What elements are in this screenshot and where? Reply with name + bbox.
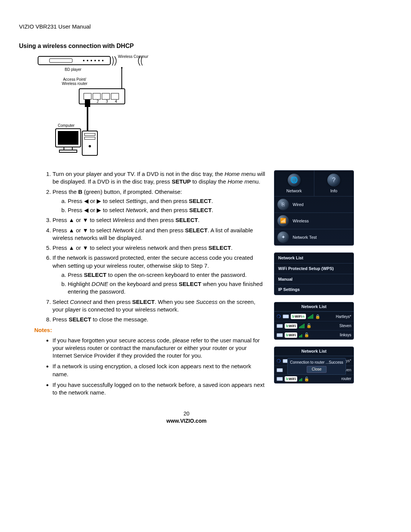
network-row: ❍ Connection to router ...Success Close … — [274, 356, 354, 366]
menu-wired-label: Wired — [293, 202, 304, 208]
network-row-1[interactable]: bWiFi 🔓 Steven — [274, 321, 354, 330]
step-4: Press ▲ or ▼ to select Network List and … — [53, 227, 267, 242]
step-6a: Press SELECT to open the on-screen keybo… — [68, 271, 267, 279]
svg-text:4: 4 — [115, 99, 117, 104]
disk-icon — [277, 377, 283, 381]
wifi-badge: bWiFi — [285, 332, 297, 338]
note-1: If you have forgotten your secure access… — [53, 337, 267, 360]
network-row[interactable]: bWiFi 🔓 router — [274, 374, 354, 383]
menu-wireless-label: Wireless — [293, 218, 309, 224]
step-7: Select Connect and then press SELECT. Wh… — [53, 298, 267, 314]
svg-point-29 — [89, 145, 91, 147]
instruction-steps: Turn on your player and your TV. If a DV… — [19, 170, 267, 323]
saved-icon: ❍ — [277, 358, 281, 364]
svg-rect-1 — [49, 59, 72, 62]
panel-wireless-submenu: Network List WiFi Protected Setup (WPS) … — [274, 252, 354, 295]
footer-url: www.VIZIO.com — [19, 417, 354, 425]
network-name: router — [341, 376, 351, 382]
svg-rect-12 — [93, 93, 100, 99]
disk-icon — [277, 324, 283, 328]
help-icon: ? — [327, 174, 340, 187]
diagram-svg: BD player Wireless Communication Access … — [27, 53, 148, 163]
step-6b: Highlight DONE on the keyboard and press… — [68, 280, 267, 296]
label-wireless-comm: Wireless Communication — [118, 54, 148, 59]
step-2a: Press ◀ or ▶ to select Settings, and the… — [68, 197, 267, 205]
svg-point-6 — [98, 60, 100, 61]
globe-icon: 🌐 — [288, 174, 301, 187]
note-2: If a network is using encryption, a clos… — [53, 363, 267, 378]
step-1: Turn on your player and your TV. If a DV… — [53, 170, 267, 186]
close-button[interactable]: Close — [307, 366, 327, 373]
network-row-2[interactable]: bWiFi 🔓 linksys — [274, 330, 354, 339]
wifi-badge: bWiFi — [285, 376, 297, 382]
panel-network-list: Network List ❍ bWiFin 🔒 Hartleys* bWiFi … — [274, 302, 354, 340]
disk-icon — [277, 333, 283, 337]
svg-rect-28 — [84, 137, 95, 139]
section-title: Using a wireless connection with DHCP — [19, 42, 354, 50]
network-test-icon: ✦ — [277, 232, 289, 243]
step-2b: Press ◀ or ▶ to select Network, and then… — [68, 206, 267, 214]
svg-rect-13 — [102, 93, 110, 99]
svg-rect-24 — [64, 147, 72, 150]
tab-network-label: Network — [274, 188, 314, 194]
lock-icon: 🔓 — [304, 332, 309, 338]
wireless-icon: 📶 — [277, 215, 289, 227]
panel-network-menu: 🌐 Network ? Info ⎘ Wired 📶 Wireless ✦ Ne… — [274, 170, 354, 246]
submenu-ip-settings[interactable]: IP Settings — [274, 284, 354, 295]
network-name: Steven — [339, 323, 351, 329]
network-list-title: Network List — [274, 302, 354, 312]
wifi-badge: bWiFin — [291, 314, 306, 319]
page-footer: 20 www.VIZIO.com — [19, 410, 354, 425]
notes-heading: Notes: — [34, 326, 267, 334]
step-3: Press ▲ or ▼ to select Wireless and then… — [53, 216, 267, 224]
disk-icon — [277, 368, 283, 372]
menu-wireless[interactable]: 📶 Wireless — [274, 212, 354, 229]
connection-diagram: BD player Wireless Communication Access … — [27, 53, 354, 165]
success-message: Connection to router ...Success — [290, 360, 343, 365]
menu-network-test[interactable]: ✦ Network Test — [274, 229, 354, 245]
saved-icon: ❍ — [277, 313, 281, 320]
submenu-manual[interactable]: Manual — [274, 274, 354, 284]
tab-info-label: Info — [314, 188, 354, 194]
signal-icon — [299, 333, 302, 337]
network-list-title: Network List — [274, 347, 354, 356]
svg-point-2 — [83, 60, 84, 61]
lock-icon: 🔓 — [304, 376, 309, 382]
signal-icon — [299, 377, 302, 381]
network-row-0[interactable]: ❍ bWiFin 🔒 Hartleys* — [274, 312, 354, 321]
svg-text:3: 3 — [106, 99, 108, 104]
network-name: Hartleys* — [336, 314, 351, 320]
step-2: Press the B (green) button, if prompted.… — [53, 188, 267, 214]
success-dialog: Connection to router ...Success Close — [287, 358, 346, 375]
page-number: 20 — [19, 410, 354, 417]
step-6: If the network is password protected, en… — [53, 254, 267, 296]
signal-icon — [299, 324, 304, 328]
step-8: Press SELECT to close the message. — [53, 316, 267, 323]
svg-point-5 — [94, 60, 96, 61]
svg-point-7 — [102, 60, 104, 61]
label-access-point: Access Point/Wireless router — [62, 77, 88, 86]
wired-icon: ⎘ — [277, 199, 289, 210]
svg-point-4 — [91, 60, 92, 61]
svg-point-3 — [87, 60, 88, 61]
wifi-badge: bWiFi — [285, 323, 297, 329]
menu-network-test-label: Network Test — [293, 235, 317, 240]
tab-info[interactable]: ? Info — [314, 171, 354, 196]
step-5: Press ▲ or ▼ to select your wireless net… — [53, 244, 267, 252]
svg-text:2: 2 — [97, 99, 99, 104]
network-name: linksys — [340, 332, 351, 338]
lock-icon: 🔓 — [306, 323, 312, 329]
lock-icon: 🔒 — [315, 314, 320, 320]
svg-rect-23 — [58, 131, 78, 145]
panel-connection-success: Network List ❍ Connection to router ...S… — [274, 347, 354, 383]
svg-rect-14 — [111, 93, 119, 99]
note-3: If you have successfully logged on to th… — [53, 381, 267, 397]
submenu-wps[interactable]: WiFi Protected Setup (WPS) — [274, 263, 354, 274]
tab-network[interactable]: 🌐 Network — [274, 171, 314, 196]
svg-rect-27 — [84, 133, 95, 136]
svg-rect-25 — [59, 150, 77, 152]
submenu-network-list[interactable]: Network List — [274, 253, 354, 263]
disk-icon — [283, 315, 289, 318]
menu-wired[interactable]: ⎘ Wired — [274, 196, 354, 212]
svg-point-9 — [121, 67, 123, 69]
